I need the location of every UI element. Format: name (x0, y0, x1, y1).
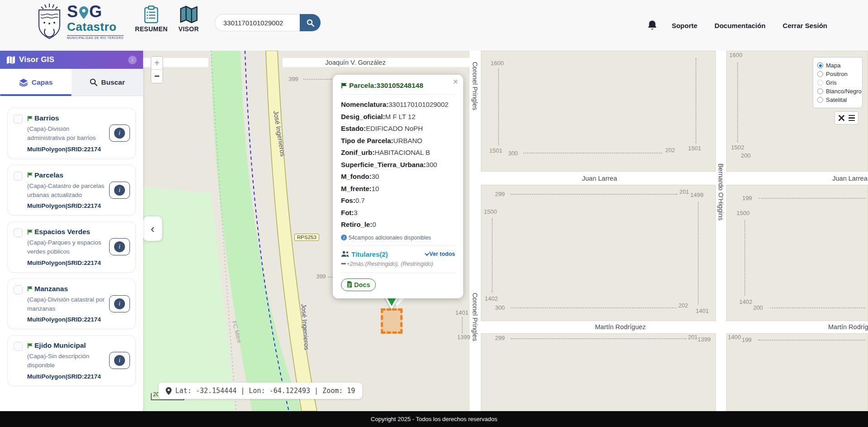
layer-info-button[interactable]: i (109, 125, 130, 142)
map-measurement-label: 200 (753, 304, 763, 311)
field-value: 10 (372, 185, 379, 192)
info-icon: i (114, 355, 125, 366)
map-measurement-label: 299 (495, 335, 505, 341)
basemap-label: Blanco/Negro (826, 88, 862, 95)
field-label: Tipo de Parcela: (341, 137, 393, 144)
layer-checkbox[interactable] (14, 115, 23, 124)
selected-parcel[interactable] (381, 308, 403, 334)
layer-description: (Capa)-Catastro de parcelas urbanas actu… (27, 182, 109, 200)
tab-capas[interactable]: Capas (0, 69, 72, 96)
info-icon: i (114, 128, 125, 139)
map-measurement-line (511, 338, 686, 339)
layer-info-button[interactable]: i (109, 352, 130, 369)
basemap-option[interactable]: Mapa (817, 61, 858, 70)
layer-info-button[interactable]: i (109, 182, 130, 199)
sidebar-header: Visor GIS i (0, 51, 143, 69)
tools-icon (838, 115, 845, 121)
map-measurement-label: 199 (742, 336, 752, 343)
field-value: 0 (372, 221, 376, 228)
layer-info-button[interactable]: i (109, 238, 130, 255)
sidebar-collapse-button[interactable]: ‹ (143, 216, 162, 241)
document-icon (347, 281, 352, 288)
info-icon: i (114, 185, 125, 196)
nav-resumen[interactable]: RESUMEN (135, 5, 168, 33)
field-label: Fos: (341, 197, 355, 204)
field-label: Fot: (341, 209, 354, 216)
basemap-label: Satelital (826, 96, 847, 103)
map-measurement-label: 199 (742, 195, 752, 202)
street-label-bernardo-ohiggins: Bernardo O'Higgins (717, 163, 724, 221)
ver-todos-link[interactable]: Ver todos (425, 251, 455, 257)
basemap-label: Positron (826, 71, 848, 77)
map-measurement-line (498, 69, 499, 145)
search-button[interactable] (300, 14, 321, 31)
radio-icon (817, 62, 823, 68)
basemap-label: Gris (826, 79, 837, 86)
tab-buscar[interactable]: Buscar (72, 69, 143, 96)
popup-field: M_frente:10 (341, 183, 455, 195)
basemap-option[interactable]: Blanco/Negro (817, 87, 858, 96)
sidebar-info-badge[interactable]: i (128, 56, 137, 64)
additional-fields-note: i 54campos adicionales disponibles (341, 235, 455, 241)
map-measurement-label: 1401 (696, 307, 709, 314)
map-measurement-label: 1500 (737, 210, 750, 216)
link-cerrar-sesion[interactable]: Cerrar Sesión (783, 22, 827, 29)
chevron-down-icon (425, 251, 429, 256)
map-measurement-label: 300 (508, 150, 518, 157)
layer-checkbox[interactable] (14, 172, 23, 181)
map-measurement-line (462, 317, 463, 333)
map-measurement-label: 1502 (731, 144, 744, 151)
app-logo: S G Catastro MUNICIPALIDAD DE RÍO TERCER… (34, 3, 124, 41)
map-measurement-label: 1600 (729, 52, 743, 58)
layer-checkbox[interactable] (14, 342, 23, 351)
street-juan-larrea (481, 172, 868, 185)
basemap-option[interactable]: Satelital (817, 96, 858, 104)
coordinates-bar: Lat: -32.154444 | Lon: -64.122493 | Zoom… (158, 383, 362, 399)
basemap-option[interactable]: Positron (817, 70, 858, 78)
field-label: M_frente: (341, 185, 372, 192)
layer-checkbox[interactable] (14, 285, 23, 294)
map-measurement-label: 201 (688, 334, 698, 341)
zoom-out-button[interactable]: − (151, 70, 163, 83)
layer-list: Barrios (Capa)-División administrativa p… (0, 96, 143, 397)
map-measurement-label: 1600 (491, 60, 504, 67)
layer-geometry-meta: MultiPolygon|SRID:22174 (27, 146, 105, 153)
menu-icon (849, 115, 855, 121)
layer-info-button[interactable]: i (109, 295, 130, 312)
map-tools-control[interactable] (834, 111, 858, 125)
zoom-in-button[interactable]: + (151, 57, 163, 70)
street-label-martin-rodriguez: Martín Rodríguez (595, 323, 646, 331)
popup-field: Fos:0.7 (341, 195, 455, 207)
basemap-option[interactable]: Gris (817, 78, 858, 87)
notifications-bell-icon[interactable] (647, 20, 657, 31)
popup-field: Superficie_Tierra_Urbana:300 (341, 159, 455, 171)
footer: Copyright 2025 - Todos los derechos rese… (0, 411, 868, 427)
link-documentacion[interactable]: Documentación (715, 22, 766, 29)
copyright-text: Copyright 2025 - Todos los derechos rese… (371, 416, 497, 422)
close-icon[interactable]: × (453, 77, 458, 86)
map-measurement-line (759, 198, 865, 199)
map-measurement-label: 1399 (457, 334, 470, 341)
link-soporte[interactable]: Soporte (671, 22, 697, 29)
popup-field: Retiro_le:0 (341, 219, 455, 231)
popup-title: Parcela:330105248148 (349, 82, 423, 90)
docs-button[interactable]: Docs (341, 278, 376, 291)
titulares-row: Titulares(2) Ver todos (341, 245, 455, 261)
radio-icon (817, 97, 823, 103)
flag-icon (27, 172, 33, 178)
layer-checkbox[interactable] (14, 228, 23, 237)
popup-field: Estado:EDIFICADO NoPH (341, 123, 455, 135)
nav-visor[interactable]: VISOR (178, 5, 199, 33)
layer-description: (Capa)-División catastral por manzanas (27, 295, 109, 314)
map-measurement-label: 201 (679, 188, 689, 195)
municipal-shield-icon (34, 3, 64, 41)
map-measurement-line (303, 79, 335, 80)
search-input[interactable] (215, 14, 300, 31)
basemap-label: Mapa (826, 62, 841, 69)
flag-icon (27, 115, 33, 121)
layer-card: Barrios (Capa)-División administrativa p… (7, 108, 136, 159)
map-measurement-line (698, 202, 699, 304)
layer-title: Ejido Municipal (27, 341, 105, 350)
field-value: URBANO (393, 137, 422, 144)
map-measurement-label: 1399 (698, 336, 711, 343)
